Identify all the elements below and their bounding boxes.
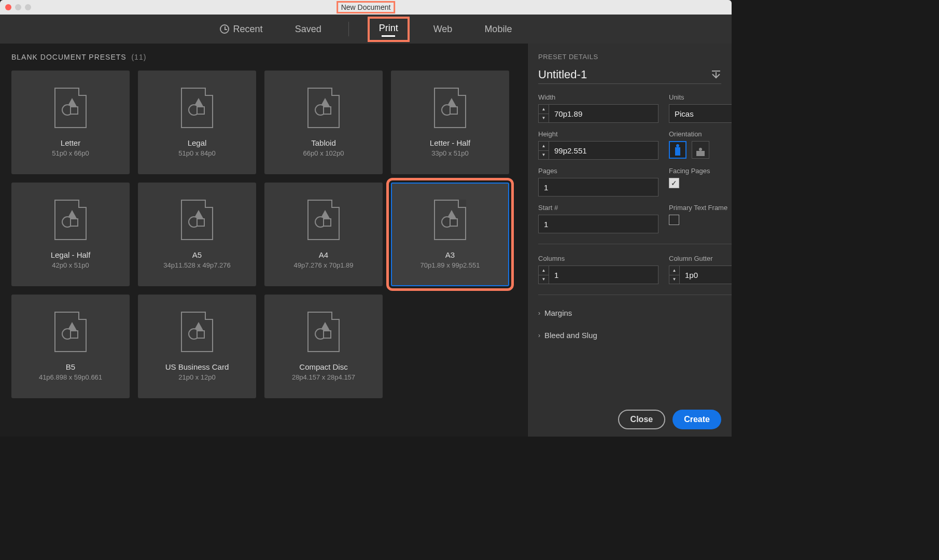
preset-name: A5 [192,250,202,259]
preset-card[interactable]: Compact Disc28p4.157 x 28p4.157 [264,295,383,398]
pages-input[interactable] [538,178,658,197]
column-gutter-stepper[interactable]: ▲▼ [669,265,679,284]
height-input[interactable]: ▲▼ [538,141,658,160]
start-number-input[interactable] [538,215,658,233]
preset-card[interactable]: Letter51p0 x 66p0 [11,71,130,174]
document-icon [434,200,466,240]
width-value[interactable] [549,104,658,123]
preset-card[interactable]: A534p11.528 x 49p7.276 [138,183,256,286]
document-icon [307,312,340,352]
close-window-button[interactable] [5,4,11,10]
document-icon [181,200,213,240]
bleed-slug-expander[interactable]: › Bleed and Slug [538,328,732,343]
preset-card[interactable]: Legal - Half42p0 x 51p0 [11,183,130,286]
document-name-input[interactable]: Untitled-1 [538,68,587,81]
create-button[interactable]: Create [672,410,721,429]
preset-card[interactable]: Tabloid66p0 x 102p0 [264,71,383,174]
preset-heading-text: BLANK DOCUMENT PRESETS [11,53,127,61]
column-gutter-input[interactable]: ▲▼ [669,265,732,284]
start-number-label: Start # [538,204,658,212]
tab-saved[interactable]: Saved [287,21,330,38]
height-stepper[interactable]: ▲▼ [538,141,549,160]
preset-count: (11) [131,53,146,61]
preset-name: Letter [61,138,80,147]
preset-name: B5 [66,362,75,371]
preset-heading: BLANK DOCUMENT PRESETS (11) [11,53,516,61]
units-field: Units Picas ⌄ [669,93,732,123]
tab-web[interactable]: Web [425,21,461,38]
preset-name: Tabloid [311,138,336,147]
columns-field: Columns ▲▼ [538,255,658,284]
document-icon [54,200,87,240]
width-label: Width [538,93,658,101]
shapes-icon [441,211,459,229]
facing-pages-checkbox[interactable]: ✓ [669,178,679,188]
divider [538,295,732,295]
column-gutter-value[interactable] [679,265,732,284]
save-preset-icon[interactable] [711,70,721,81]
details-heading: PRESET DETAILS [538,53,721,61]
facing-pages-field: Facing Pages ✓ [669,167,732,197]
start-number-field: Start # [538,204,658,233]
preset-dimensions: 49p7.276 x 70p1.89 [294,261,354,269]
preset-grid: Letter51p0 x 66p0Legal51p0 x 84p0Tabloid… [11,71,516,398]
details-form: Width ▲▼ Units Picas ⌄ Height ▲▼ [538,93,721,343]
preset-card[interactable]: A370p1.89 x 99p2.551 [391,183,509,286]
preset-name: A4 [319,250,328,259]
tab-recent[interactable]: Recent [212,21,271,38]
columns-value[interactable] [549,265,658,284]
zoom-window-button[interactable] [25,4,31,10]
preset-name: Legal - Half [51,250,91,259]
portrait-icon [675,147,680,156]
pages-label: Pages [538,167,658,175]
preset-card[interactable]: Legal51p0 x 84p0 [138,71,256,174]
category-tabs: Recent Saved Print Web Mobile [0,15,732,44]
primary-text-frame-field: Primary Text Frame [669,204,732,233]
tab-mobile-label: Mobile [484,24,512,35]
height-value[interactable] [549,141,658,160]
tab-print-label: Print [379,23,398,34]
close-button[interactable]: Close [618,410,666,429]
shapes-icon [315,211,332,229]
tab-print-highlighted: Print [368,17,410,42]
clock-icon [220,24,229,34]
height-label: Height [538,130,658,138]
landscape-icon [696,151,705,156]
preset-name: A3 [445,250,455,259]
preset-name: Legal [188,138,207,147]
preset-details-panel: PRESET DETAILS Untitled-1 Width ▲▼ Units… [527,44,732,437]
preset-dimensions: 21p0 x 12p0 [178,373,216,381]
shapes-icon [62,211,79,229]
tab-saved-label: Saved [295,24,321,35]
tab-print[interactable]: Print [379,23,398,34]
orientation-label: Orientation [669,130,732,138]
primary-text-frame-label: Primary Text Frame [669,204,732,212]
preset-card[interactable]: US Business Card21p0 x 12p0 [138,295,256,398]
orientation-portrait-button[interactable] [669,141,686,159]
tab-mobile[interactable]: Mobile [476,21,520,38]
preset-card[interactable]: B541p6.898 x 59p0.661 [11,295,130,398]
units-select[interactable]: Picas ⌄ [669,104,732,123]
document-icon [54,88,87,128]
primary-text-frame-checkbox[interactable] [669,215,679,225]
units-value: Picas [675,109,694,118]
width-input[interactable]: ▲▼ [538,104,658,123]
document-icon [307,88,340,128]
minimize-window-button[interactable] [15,4,21,10]
columns-input[interactable]: ▲▼ [538,265,658,284]
column-gutter-label: Column Gutter [669,255,732,262]
preset-name: US Business Card [165,362,229,371]
width-stepper[interactable]: ▲▼ [538,104,549,123]
preset-dimensions: 66p0 x 102p0 [303,149,344,157]
columns-stepper[interactable]: ▲▼ [538,265,549,284]
preset-name: Compact Disc [299,362,347,371]
margins-label: Margins [544,309,572,317]
preset-card[interactable]: A449p7.276 x 70p1.89 [264,183,383,286]
orientation-landscape-button[interactable] [692,141,709,159]
orientation-field: Orientation [669,130,732,160]
window-title: New Document [337,1,396,13]
preset-card[interactable]: Letter - Half33p0 x 51p0 [391,71,509,174]
margins-expander[interactable]: › Margins [538,305,732,320]
shapes-icon [441,99,459,117]
facing-pages-label: Facing Pages [669,167,732,175]
